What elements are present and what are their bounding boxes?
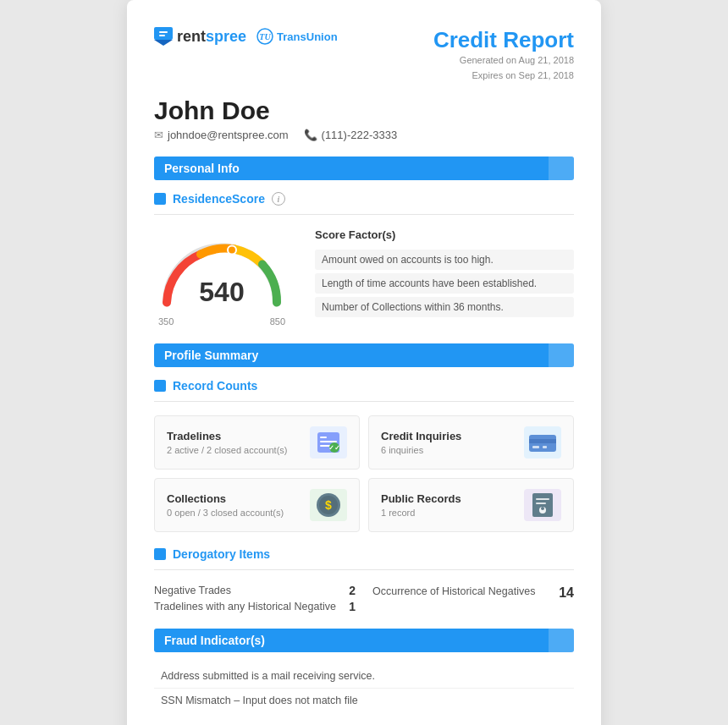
collections-subtitle: 0 open / 3 closed account(s) <box>167 508 284 518</box>
svg-rect-21 <box>536 498 549 500</box>
residence-info-icon[interactable]: i <box>272 192 285 206</box>
user-name: John Doe <box>154 96 574 125</box>
factor-1: Amount owed on accounts is too high. <box>315 250 574 270</box>
public-records-card: Public Records 1 record <box>368 478 574 532</box>
record-divider <box>154 401 574 402</box>
tradelines-content: Tradelines 2 active / 2 closed account(s… <box>167 430 287 455</box>
svg-marker-1 <box>154 40 173 46</box>
collections-svg: $ <box>313 490 344 520</box>
svg-point-24 <box>541 507 544 510</box>
svg-rect-2 <box>159 31 168 33</box>
svg-rect-16 <box>543 446 547 448</box>
svg-rect-0 <box>154 27 173 40</box>
phone-icon: 📞 <box>304 129 317 141</box>
header: rentspree TU TransUnion Credit Report Ge… <box>154 27 574 83</box>
fraud-indicators-header: Fraud Indicator(s) <box>154 629 574 652</box>
tradelines-svg: ✓✓ <box>316 431 341 454</box>
transunion-icon: TU <box>256 28 273 45</box>
gauge-score: 540 <box>199 277 244 308</box>
svg-rect-15 <box>532 446 539 448</box>
collections-title: Collections <box>167 492 284 505</box>
tradelines-icon: ✓✓ <box>310 426 347 459</box>
inquiries-svg <box>527 431 558 454</box>
record-counts-title: Record Counts <box>154 379 574 393</box>
transunion-text: TransUnion <box>277 30 338 43</box>
negative-trades-row: Negative Trades 2 <box>154 584 356 597</box>
gauge-labels: 350 850 <box>154 316 290 327</box>
public-records-subtitle: 1 record <box>381 508 461 518</box>
svg-rect-3 <box>159 35 165 36</box>
fraud-list: Address submitted is a mail receiving se… <box>154 664 574 712</box>
svg-text:$: $ <box>325 498 332 512</box>
public-records-content: Public Records 1 record <box>381 492 461 518</box>
occurrence-row: Occurrence of Historical Negatives 14 <box>372 584 574 601</box>
user-email: ✉ johndoe@rentspree.com <box>154 129 289 141</box>
derogatory-data: Negative Trades 2 Tradelines with any Hi… <box>154 584 574 613</box>
derogatory-divider <box>154 569 574 570</box>
residence-score-icon <box>154 193 166 205</box>
factor-3: Number of Collections within 36 months. <box>315 297 574 317</box>
credit-inquiries-icon <box>524 426 561 459</box>
rentspree-logo: rentspree <box>154 27 246 46</box>
residence-score-title: ResidenceScore i <box>154 192 574 206</box>
derogatory-items-title: Derogatory Items <box>154 547 574 561</box>
credit-inquiries-subtitle: 6 inquiries <box>381 445 461 455</box>
score-area: 540 350 850 Score Factor(s) Amount owed … <box>154 228 574 327</box>
credit-inquiries-title: Credit Inquiries <box>381 430 461 442</box>
tradelines-card: Tradelines 2 active / 2 closed account(s… <box>154 415 360 470</box>
public-records-icon <box>524 489 561 521</box>
generated-date: Generated on Aug 21, 2018 Expires on Sep… <box>433 53 574 83</box>
record-counts-icon <box>154 380 166 392</box>
svg-text:TU: TU <box>259 32 271 41</box>
tradelines-subtitle: 2 active / 2 closed account(s) <box>167 445 287 455</box>
user-phone: 📞 (111)-222-3333 <box>304 129 398 141</box>
credit-report-card: rentspree TU TransUnion Credit Report Ge… <box>127 0 601 725</box>
factor-2: Length of time accounts have been establ… <box>315 273 574 294</box>
gauge-container: 540 350 850 <box>154 228 290 327</box>
rentspree-logo-icon <box>154 27 173 46</box>
credit-report-section: Credit Report Generated on Aug 21, 2018 … <box>433 27 574 83</box>
user-contact: ✉ johndoe@rentspree.com 📞 (111)-222-3333 <box>154 129 574 141</box>
derogatory-items-icon <box>154 548 166 560</box>
record-cards-grid: Tradelines 2 active / 2 closed account(s… <box>154 415 574 532</box>
logos-area: rentspree TU TransUnion <box>154 27 338 46</box>
svg-rect-8 <box>320 437 327 438</box>
svg-point-6 <box>228 246 236 255</box>
public-records-svg <box>527 490 558 520</box>
svg-text:✓✓: ✓✓ <box>328 444 340 452</box>
collections-content: Collections 0 open / 3 closed account(s) <box>167 492 284 518</box>
profile-summary-header: Profile Summary <box>154 343 574 367</box>
credit-inquiries-content: Credit Inquiries 6 inquiries <box>381 430 461 455</box>
derogatory-left: Negative Trades 2 Tradelines with any Hi… <box>154 584 356 613</box>
tradelines-title: Tradelines <box>167 430 287 442</box>
fraud-item-1: Address submitted is a mail receiving se… <box>154 664 574 689</box>
derogatory-right: Occurrence of Historical Negatives 14 <box>356 584 574 613</box>
tradelines-neg-row: Tradelines with any Historical Negative … <box>154 600 356 613</box>
svg-rect-9 <box>320 441 337 442</box>
rent-text: rentspree <box>177 28 246 46</box>
svg-rect-22 <box>536 503 546 504</box>
credit-inquiries-card: Credit Inquiries 6 inquiries <box>368 415 574 470</box>
collections-card: Collections 0 open / 3 closed account(s)… <box>154 478 360 532</box>
email-icon: ✉ <box>154 129 163 141</box>
score-divider <box>154 214 574 215</box>
fraud-item-2: SSN Mismatch – Input does not match file <box>154 689 574 712</box>
score-factors: Score Factor(s) Amount owed on accounts … <box>315 228 574 321</box>
credit-report-title: Credit Report <box>433 27 574 53</box>
collections-icon: $ <box>310 489 347 521</box>
personal-info-header: Personal Info <box>154 157 574 180</box>
svg-rect-14 <box>529 439 556 443</box>
public-records-title: Public Records <box>381 492 461 505</box>
transunion-logo: TU TransUnion <box>256 28 338 45</box>
